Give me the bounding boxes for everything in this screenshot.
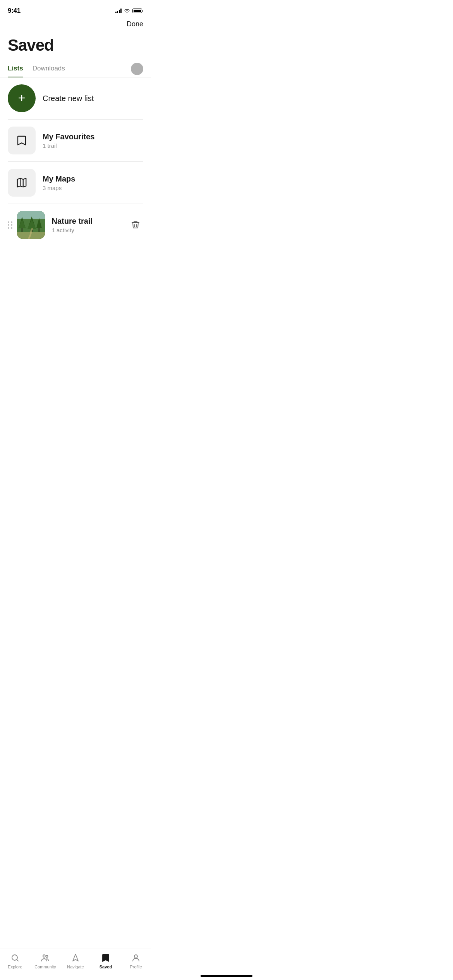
tab-downloads[interactable]: Downloads [33, 61, 65, 77]
nature-trail-thumbnail [17, 211, 45, 239]
plus-icon: + [18, 92, 26, 104]
page-title: Saved [0, 32, 151, 61]
favourites-text: My Favourites 1 trail [43, 132, 94, 149]
sort-button[interactable] [131, 63, 143, 75]
create-label: Create new list [43, 94, 94, 103]
status-bar: 9:41 [0, 0, 151, 19]
battery-icon [132, 9, 143, 13]
bookmark-icon [16, 135, 27, 146]
signal-icon [115, 9, 122, 13]
nature-trail-name: Nature trail [52, 217, 93, 226]
status-time: 9:41 [8, 7, 21, 15]
tab-lists[interactable]: Lists [8, 61, 23, 77]
maps-icon-box [8, 169, 36, 197]
favourites-meta: 1 trail [43, 142, 94, 149]
my-favourites-item[interactable]: My Favourites 1 trail [8, 120, 143, 162]
my-maps-item[interactable]: My Maps 3 maps [8, 162, 143, 204]
tabs-container: Lists Downloads [0, 61, 151, 77]
wifi-icon [124, 9, 130, 13]
nature-trail-text: Nature trail 1 activity [52, 217, 93, 233]
drag-handle [8, 221, 12, 229]
maps-name: My Maps [43, 175, 75, 183]
favourites-name: My Favourites [43, 132, 94, 141]
create-new-list-item[interactable]: + Create new list [8, 77, 143, 120]
map-icon [16, 177, 27, 188]
nature-trail-meta: 1 activity [52, 227, 93, 233]
maps-meta: 3 maps [43, 185, 75, 191]
trash-icon [131, 220, 140, 230]
top-nav: Done [0, 19, 151, 32]
done-button[interactable]: Done [127, 20, 143, 28]
maps-text: My Maps 3 maps [43, 175, 75, 191]
status-icons [115, 9, 144, 13]
favourites-icon-box [8, 127, 36, 154]
delete-button[interactable] [128, 217, 143, 233]
create-btn-circle: + [8, 84, 36, 112]
nature-trail-item[interactable]: Nature trail 1 activity [8, 204, 143, 246]
list-section: + Create new list My Favourites 1 trail … [0, 77, 151, 246]
